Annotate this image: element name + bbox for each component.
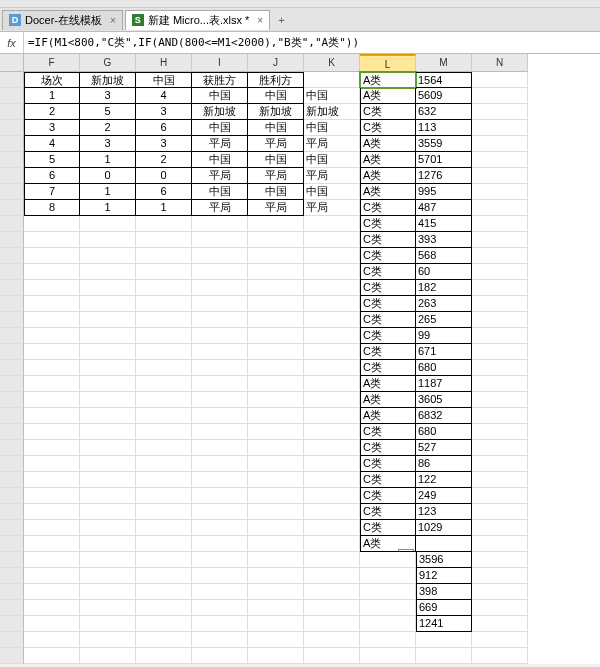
cell[interactable] (80, 488, 136, 504)
cell[interactable]: A类 (360, 136, 416, 152)
cell[interactable] (248, 632, 304, 648)
cell[interactable]: 398 (416, 584, 472, 600)
cell[interactable] (248, 344, 304, 360)
cell[interactable] (192, 360, 248, 376)
cell[interactable] (80, 408, 136, 424)
cell[interactable] (136, 344, 192, 360)
cell[interactable]: 680 (416, 360, 472, 376)
cell[interactable] (248, 376, 304, 392)
row-header[interactable] (0, 312, 24, 328)
cell[interactable]: 5 (24, 152, 80, 168)
cell[interactable] (472, 328, 528, 344)
cell[interactable]: 3596 (416, 552, 472, 568)
row-header[interactable] (0, 360, 24, 376)
cell[interactable]: 2 (136, 152, 192, 168)
cell[interactable] (192, 488, 248, 504)
cell[interactable]: A类 (360, 184, 416, 200)
cell[interactable] (304, 504, 360, 520)
cell[interactable]: 99 (416, 328, 472, 344)
cell[interactable]: 1564 (416, 72, 472, 88)
cell[interactable]: 3 (80, 88, 136, 104)
cell[interactable]: 中国 (192, 152, 248, 168)
row-header[interactable] (0, 600, 24, 616)
cell[interactable] (80, 552, 136, 568)
cell[interactable]: 平局 (304, 168, 360, 184)
cell[interactable]: 680 (416, 424, 472, 440)
row-header[interactable] (0, 264, 24, 280)
cell[interactable] (24, 216, 80, 232)
cell[interactable]: 新加坡 (304, 104, 360, 120)
cell[interactable]: 1276 (416, 168, 472, 184)
cell[interactable] (80, 232, 136, 248)
cell[interactable]: 415 (416, 216, 472, 232)
cell[interactable] (192, 632, 248, 648)
cell[interactable] (136, 392, 192, 408)
cell[interactable] (80, 312, 136, 328)
cell[interactable] (304, 568, 360, 584)
cell[interactable] (472, 136, 528, 152)
cell[interactable]: 中国 (192, 120, 248, 136)
cell[interactable]: 1241 (416, 616, 472, 632)
cell[interactable]: 中国 (136, 72, 192, 88)
cell[interactable] (248, 440, 304, 456)
cell[interactable]: C类 (360, 312, 416, 328)
cell[interactable] (136, 504, 192, 520)
cell[interactable] (24, 584, 80, 600)
cell[interactable] (24, 296, 80, 312)
cell[interactable] (192, 264, 248, 280)
cell[interactable]: 122 (416, 472, 472, 488)
cell[interactable] (80, 248, 136, 264)
cell[interactable]: 新加坡 (248, 104, 304, 120)
cell[interactable]: 中国 (304, 152, 360, 168)
cell[interactable] (24, 504, 80, 520)
cell[interactable] (472, 552, 528, 568)
cell[interactable] (248, 280, 304, 296)
cell[interactable]: 7 (24, 184, 80, 200)
cell[interactable] (472, 344, 528, 360)
row-header[interactable] (0, 232, 24, 248)
cell[interactable] (472, 568, 528, 584)
column-header-F[interactable]: F (24, 54, 80, 72)
cell[interactable] (304, 232, 360, 248)
cell[interactable] (80, 392, 136, 408)
row-header[interactable] (0, 568, 24, 584)
cell[interactable] (248, 472, 304, 488)
cell[interactable]: 中国 (192, 184, 248, 200)
cell[interactable]: 5 (80, 104, 136, 120)
cell[interactable]: 4 (24, 136, 80, 152)
cell[interactable]: 4 (136, 88, 192, 104)
cell[interactable] (24, 472, 80, 488)
cell[interactable] (24, 552, 80, 568)
fx-label[interactable]: fx (0, 32, 24, 53)
row-header[interactable] (0, 584, 24, 600)
cell[interactable]: C类 (360, 424, 416, 440)
cell[interactable] (192, 328, 248, 344)
cell[interactable]: C类 (360, 216, 416, 232)
cell[interactable]: A类 (360, 376, 416, 392)
cell[interactable] (80, 616, 136, 632)
cell[interactable]: C类 (360, 360, 416, 376)
cell[interactable] (136, 488, 192, 504)
cell[interactable]: 中国 (248, 88, 304, 104)
cell[interactable]: C类 (360, 440, 416, 456)
cell[interactable] (80, 264, 136, 280)
cell[interactable] (248, 600, 304, 616)
cell[interactable] (192, 456, 248, 472)
cell[interactable] (192, 504, 248, 520)
cell[interactable]: 中国 (248, 152, 304, 168)
row-header[interactable] (0, 424, 24, 440)
cell[interactable] (248, 216, 304, 232)
cell[interactable]: A类 (360, 536, 416, 552)
row-header[interactable] (0, 152, 24, 168)
cell[interactable] (24, 424, 80, 440)
cell[interactable] (248, 616, 304, 632)
cell[interactable]: 平局 (192, 168, 248, 184)
row-header[interactable] (0, 648, 24, 664)
cell[interactable] (472, 296, 528, 312)
cell[interactable]: 1 (80, 200, 136, 216)
cell[interactable] (472, 280, 528, 296)
cell[interactable] (304, 600, 360, 616)
cell[interactable] (472, 376, 528, 392)
cell[interactable] (304, 472, 360, 488)
cell[interactable] (136, 376, 192, 392)
